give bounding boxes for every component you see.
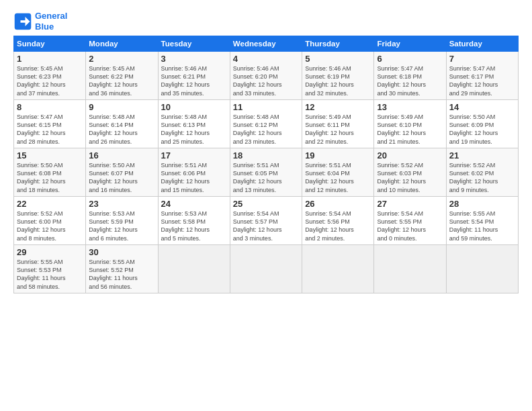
day-number: 17 <box>161 150 227 161</box>
calendar-cell: 2Sunrise: 5:45 AM Sunset: 6:22 PM Daylig… <box>86 52 158 100</box>
day-info: Sunrise: 5:47 AM Sunset: 6:17 PM Dayligh… <box>449 64 515 97</box>
calendar-cell <box>230 245 302 293</box>
weekday-monday: Monday <box>86 36 158 52</box>
calendar-cell: 5Sunrise: 5:46 AM Sunset: 6:19 PM Daylig… <box>302 52 374 100</box>
page-header: General Blue <box>13 11 519 32</box>
day-info: Sunrise: 5:49 AM Sunset: 6:11 PM Dayligh… <box>305 113 371 146</box>
calendar-cell: 28Sunrise: 5:55 AM Sunset: 5:54 PM Dayli… <box>446 197 518 245</box>
day-number: 7 <box>449 54 515 64</box>
calendar-cell: 21Sunrise: 5:52 AM Sunset: 6:02 PM Dayli… <box>446 148 518 197</box>
day-info: Sunrise: 5:48 AM Sunset: 6:12 PM Dayligh… <box>233 113 299 146</box>
day-number: 6 <box>377 54 443 64</box>
day-number: 27 <box>377 199 443 209</box>
calendar-cell: 12Sunrise: 5:49 AM Sunset: 6:11 PM Dayli… <box>302 100 374 148</box>
calendar-cell: 8Sunrise: 5:47 AM Sunset: 6:15 PM Daylig… <box>14 100 86 148</box>
day-number: 26 <box>305 199 371 209</box>
calendar-cell: 11Sunrise: 5:48 AM Sunset: 6:12 PM Dayli… <box>230 100 302 148</box>
day-info: Sunrise: 5:45 AM Sunset: 6:22 PM Dayligh… <box>89 64 154 97</box>
day-info: Sunrise: 5:46 AM Sunset: 6:19 PM Dayligh… <box>305 64 371 97</box>
weekday-header-row: SundayMondayTuesdayWednesdayThursdayFrid… <box>14 36 519 52</box>
day-info: Sunrise: 5:55 AM Sunset: 5:54 PM Dayligh… <box>449 210 515 242</box>
day-number: 20 <box>377 150 443 161</box>
day-info: Sunrise: 5:46 AM Sunset: 6:21 PM Dayligh… <box>161 64 227 97</box>
day-info: Sunrise: 5:50 AM Sunset: 6:08 PM Dayligh… <box>17 161 83 194</box>
day-number: 30 <box>89 247 154 257</box>
logo-text: General Blue <box>35 11 67 32</box>
day-number: 24 <box>161 199 227 209</box>
day-info: Sunrise: 5:52 AM Sunset: 6:02 PM Dayligh… <box>449 161 515 194</box>
calendar-cell: 6Sunrise: 5:47 AM Sunset: 6:18 PM Daylig… <box>374 52 446 100</box>
page-container: General Blue SundayMondayTuesdayWednesda… <box>0 0 532 300</box>
calendar-cell: 27Sunrise: 5:54 AM Sunset: 5:55 PM Dayli… <box>374 197 446 245</box>
calendar-cell: 26Sunrise: 5:54 AM Sunset: 5:56 PM Dayli… <box>302 197 374 245</box>
day-number: 22 <box>17 199 83 209</box>
day-info: Sunrise: 5:51 AM Sunset: 6:04 PM Dayligh… <box>305 161 371 194</box>
calendar-cell: 10Sunrise: 5:48 AM Sunset: 6:13 PM Dayli… <box>158 100 230 148</box>
day-number: 1 <box>17 54 83 64</box>
calendar-cell: 3Sunrise: 5:46 AM Sunset: 6:21 PM Daylig… <box>158 52 230 100</box>
calendar-cell: 16Sunrise: 5:50 AM Sunset: 6:07 PM Dayli… <box>86 148 158 197</box>
calendar-table: SundayMondayTuesdayWednesdayThursdayFrid… <box>13 36 519 293</box>
weekday-tuesday: Tuesday <box>158 36 230 52</box>
calendar-cell: 17Sunrise: 5:51 AM Sunset: 6:06 PM Dayli… <box>158 148 230 197</box>
calendar-cell <box>302 245 374 293</box>
weekday-wednesday: Wednesday <box>230 36 302 52</box>
calendar-week-5: 29Sunrise: 5:55 AM Sunset: 5:53 PM Dayli… <box>14 245 519 293</box>
day-info: Sunrise: 5:45 AM Sunset: 6:23 PM Dayligh… <box>17 64 83 97</box>
day-info: Sunrise: 5:50 AM Sunset: 6:09 PM Dayligh… <box>449 113 515 146</box>
day-number: 23 <box>89 199 154 209</box>
day-info: Sunrise: 5:55 AM Sunset: 5:52 PM Dayligh… <box>89 258 154 291</box>
logo: General Blue <box>13 11 67 32</box>
calendar-cell: 15Sunrise: 5:50 AM Sunset: 6:08 PM Dayli… <box>14 148 86 197</box>
calendar-cell: 23Sunrise: 5:53 AM Sunset: 5:59 PM Dayli… <box>86 197 158 245</box>
calendar-cell: 13Sunrise: 5:49 AM Sunset: 6:10 PM Dayli… <box>374 100 446 148</box>
calendar-cell: 20Sunrise: 5:52 AM Sunset: 6:03 PM Dayli… <box>374 148 446 197</box>
calendar-cell: 7Sunrise: 5:47 AM Sunset: 6:17 PM Daylig… <box>446 52 518 100</box>
day-number: 12 <box>305 102 371 112</box>
weekday-thursday: Thursday <box>302 36 374 52</box>
day-info: Sunrise: 5:50 AM Sunset: 6:07 PM Dayligh… <box>89 161 154 194</box>
day-number: 28 <box>449 199 515 209</box>
day-number: 13 <box>377 102 443 112</box>
calendar-cell: 22Sunrise: 5:52 AM Sunset: 6:00 PM Dayli… <box>14 197 86 245</box>
calendar-cell: 1Sunrise: 5:45 AM Sunset: 6:23 PM Daylig… <box>14 52 86 100</box>
calendar-cell: 25Sunrise: 5:54 AM Sunset: 5:57 PM Dayli… <box>230 197 302 245</box>
calendar-cell: 30Sunrise: 5:55 AM Sunset: 5:52 PM Dayli… <box>86 245 158 293</box>
day-number: 11 <box>233 102 299 112</box>
day-info: Sunrise: 5:54 AM Sunset: 5:56 PM Dayligh… <box>305 210 371 242</box>
day-info: Sunrise: 5:54 AM Sunset: 5:55 PM Dayligh… <box>377 210 443 242</box>
calendar-cell: 4Sunrise: 5:46 AM Sunset: 6:20 PM Daylig… <box>230 52 302 100</box>
day-info: Sunrise: 5:49 AM Sunset: 6:10 PM Dayligh… <box>377 113 443 146</box>
day-info: Sunrise: 5:48 AM Sunset: 6:13 PM Dayligh… <box>161 113 227 146</box>
weekday-saturday: Saturday <box>446 36 518 52</box>
calendar-cell: 14Sunrise: 5:50 AM Sunset: 6:09 PM Dayli… <box>446 100 518 148</box>
day-number: 2 <box>89 54 154 64</box>
day-number: 10 <box>161 102 227 112</box>
weekday-sunday: Sunday <box>14 36 86 52</box>
calendar-cell: 24Sunrise: 5:53 AM Sunset: 5:58 PM Dayli… <box>158 197 230 245</box>
calendar-cell <box>374 245 446 293</box>
day-number: 19 <box>305 150 371 161</box>
day-number: 29 <box>17 247 83 257</box>
day-number: 9 <box>89 102 154 112</box>
day-number: 15 <box>17 150 83 161</box>
calendar-cell: 9Sunrise: 5:48 AM Sunset: 6:14 PM Daylig… <box>86 100 158 148</box>
day-number: 4 <box>233 54 299 64</box>
calendar-cell: 29Sunrise: 5:55 AM Sunset: 5:53 PM Dayli… <box>14 245 86 293</box>
calendar-week-2: 8Sunrise: 5:47 AM Sunset: 6:15 PM Daylig… <box>14 100 519 148</box>
day-number: 25 <box>233 199 299 209</box>
day-info: Sunrise: 5:51 AM Sunset: 6:06 PM Dayligh… <box>161 161 227 194</box>
calendar-week-3: 15Sunrise: 5:50 AM Sunset: 6:08 PM Dayli… <box>14 148 519 197</box>
day-number: 21 <box>449 150 515 161</box>
day-info: Sunrise: 5:48 AM Sunset: 6:14 PM Dayligh… <box>89 113 154 146</box>
day-info: Sunrise: 5:52 AM Sunset: 6:00 PM Dayligh… <box>17 210 83 242</box>
calendar-cell: 19Sunrise: 5:51 AM Sunset: 6:04 PM Dayli… <box>302 148 374 197</box>
calendar-week-1: 1Sunrise: 5:45 AM Sunset: 6:23 PM Daylig… <box>14 52 519 100</box>
calendar-week-4: 22Sunrise: 5:52 AM Sunset: 6:00 PM Dayli… <box>14 197 519 245</box>
day-info: Sunrise: 5:55 AM Sunset: 5:53 PM Dayligh… <box>17 258 83 291</box>
day-number: 18 <box>233 150 299 161</box>
day-number: 3 <box>161 54 227 64</box>
day-info: Sunrise: 5:54 AM Sunset: 5:57 PM Dayligh… <box>233 210 299 242</box>
calendar-cell <box>446 245 518 293</box>
day-info: Sunrise: 5:47 AM Sunset: 6:18 PM Dayligh… <box>377 64 443 97</box>
